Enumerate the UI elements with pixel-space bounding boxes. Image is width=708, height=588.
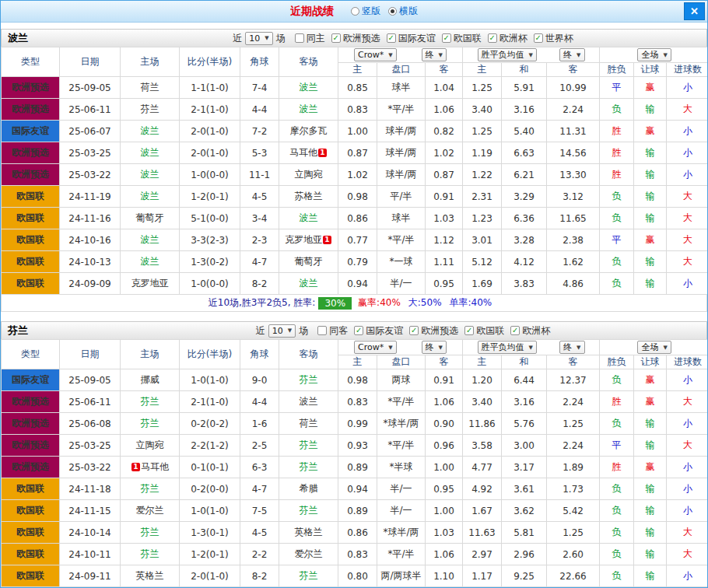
subcolumn-header: 盘口 [377, 355, 426, 369]
filter-checkbox-3[interactable]: ✓欧国联 [464, 324, 504, 338]
team-name-text: 爱尔兰 [136, 505, 164, 516]
away-team: 立陶宛 [279, 164, 338, 186]
subcolumn-header: 主 [463, 355, 502, 369]
odds-final-dropdown[interactable]: 终▼ [422, 341, 447, 354]
avg-away: 12.37 [547, 369, 600, 391]
away-odds: 0.90 [426, 413, 463, 435]
match-date: 24-10-16 [60, 229, 121, 251]
match-count-dropdown[interactable]: 10▼ [268, 324, 296, 338]
away-team: 波兰 [279, 77, 338, 99]
filter-checkbox-1[interactable]: ✓国际友谊 [354, 324, 403, 338]
avg-draw: 3.29 [502, 186, 547, 208]
filter-checkbox-2[interactable]: ✓欧洲预选 [409, 324, 458, 338]
avg-away: 1.25 [547, 522, 600, 544]
team-name-text: 波兰 [300, 396, 318, 407]
avg-final-dropdown[interactable]: 终▼ [559, 48, 584, 61]
radio-icon [388, 7, 397, 16]
radio-label: 竖版 [362, 5, 380, 18]
away-team: 马耳他1 [279, 142, 338, 164]
avg-away: 2.24 [547, 435, 600, 457]
team-name-text: 立陶宛 [295, 169, 323, 180]
competition-type: 欧洲预选 [2, 457, 60, 478]
filter-checkbox-1[interactable]: ✓欧洲预选 [331, 32, 380, 45]
avg-draw: 3.16 [502, 391, 547, 413]
home-odds: 0.77 [338, 229, 377, 251]
competition-type: 欧国联 [2, 186, 60, 208]
handicap-result: 输 [634, 251, 667, 273]
chevron-down-icon: ▼ [577, 52, 580, 58]
layout-radio-0[interactable]: 竖版 [351, 5, 380, 18]
avg-away: 11.31 [547, 121, 600, 142]
match-count-dropdown[interactable]: 10▼ [245, 32, 272, 45]
column-header: 角球 [240, 47, 279, 77]
score-halftime: 1-3(0-1) [180, 522, 240, 544]
handicap-result: 输 [634, 565, 667, 587]
score-halftime: 1-0(1-0) [180, 500, 240, 522]
layout-radio-1[interactable]: 横版 [388, 5, 418, 18]
home-odds: 0.98 [338, 186, 377, 208]
checkbox-label: 同主 [307, 32, 325, 45]
result-wdl: 平 [600, 229, 634, 251]
filter-checkbox-0[interactable]: 同主 [295, 32, 325, 45]
avg-home: 5.12 [463, 251, 502, 273]
competition-type: 欧国联 [2, 565, 60, 587]
close-button[interactable]: ✕ [684, 2, 705, 20]
red-card-badge: 1 [323, 236, 331, 244]
avg-draw: 3.28 [502, 229, 547, 251]
layout-radio-group: 竖版横版 [343, 4, 418, 19]
filter-checkbox-4[interactable]: ✓欧洲杯 [510, 324, 550, 338]
filter-checkbox-2[interactable]: ✓国际友谊 [387, 32, 436, 45]
avg-home: 1.25 [463, 121, 502, 142]
home-team: 波兰 [121, 251, 180, 273]
section-header: 波兰近10▼场同主✓欧洲预选✓国际友谊✓欧国联✓欧洲杯✓世界杯 [1, 29, 707, 47]
competition-type: 欧国联 [2, 273, 60, 295]
team-section-1: 芬兰近10▼场同客✓国际友谊✓欧洲预选✓欧国联✓欧洲杯类型日期主场比分(半场)角… [1, 321, 707, 587]
away-team: 波兰 [279, 99, 338, 121]
scope-dropdown[interactable]: 全场▼ [637, 341, 671, 354]
dropdown-value: Crow* [358, 342, 384, 352]
away-odds: 0.91 [426, 369, 463, 391]
score-halftime: 0-2(0-0) [180, 478, 240, 500]
home-team: 葡萄牙 [121, 208, 180, 229]
checkbox-checked-icon: ✓ [534, 33, 543, 43]
avg-final-dropdown[interactable]: 终▼ [559, 341, 584, 354]
away-team: 芬兰 [279, 500, 338, 522]
team-title: 芬兰 [8, 324, 28, 338]
handicap-result: 输 [634, 500, 667, 522]
column-header: 客场 [279, 340, 338, 369]
scope-controls: 全场▼ [600, 48, 708, 61]
match-row: 欧国联24-09-09克罗地亚1-0(0-0)8-2波兰0.94半/一0.951… [2, 273, 708, 295]
filter-checkbox-3[interactable]: ✓欧国联 [442, 32, 482, 45]
result-group-header: 全场▼ [600, 47, 708, 63]
result-wdl: 平 [600, 435, 634, 457]
avg-away: 1.89 [547, 457, 600, 478]
recent-results-window: 近期战绩 竖版横版 ✕ 波兰近10▼场同主✓欧洲预选✓国际友谊✓欧国联✓欧洲杯✓… [0, 0, 708, 588]
filter-checkbox-5[interactable]: ✓世界杯 [534, 32, 573, 45]
filter-checkbox-4[interactable]: ✓欧洲杯 [488, 32, 527, 45]
home-team: 芬兰 [121, 413, 180, 435]
odds-final-dropdown[interactable]: 终▼ [422, 48, 447, 61]
home-odds: 0.89 [338, 457, 377, 478]
score-halftime: 1-0(0-0) [180, 273, 240, 295]
match-row: 欧国联24-10-14芬兰1-3(0-1)4-5英格兰0.86*球半/两1.03… [2, 522, 708, 544]
match-date: 24-09-11 [60, 565, 121, 587]
odds-source-dropdown[interactable]: Crow*▼ [354, 341, 397, 354]
home-team: 荷兰 [121, 77, 180, 99]
home-team: 爱尔兰 [121, 500, 180, 522]
away-odds: 0.95 [426, 273, 463, 295]
avg-dropdown[interactable]: 胜平负均值▼ [478, 341, 537, 354]
subcolumn-header: 胜负 [600, 63, 634, 77]
odds-source-dropdown[interactable]: Crow*▼ [354, 48, 397, 61]
scope-dropdown[interactable]: 全场▼ [637, 48, 671, 61]
avg-dropdown[interactable]: 胜平负均值▼ [478, 48, 537, 61]
corners: 4-5 [240, 522, 279, 544]
home-odds: 0.83 [338, 544, 377, 565]
filter-bar: 近10▼场同主✓欧洲预选✓国际友谊✓欧国联✓欧洲杯✓世界杯 [230, 32, 573, 45]
away-team: 克罗地亚1 [279, 229, 338, 251]
score-halftime: 2-1(1-0) [180, 391, 240, 413]
avg-home: 3.58 [463, 435, 502, 457]
chevron-down-icon: ▼ [288, 327, 292, 334]
filter-checkbox-0[interactable]: 同客 [317, 324, 348, 338]
result-wdl: 负 [600, 186, 634, 208]
avg-home: 1.69 [463, 273, 502, 295]
